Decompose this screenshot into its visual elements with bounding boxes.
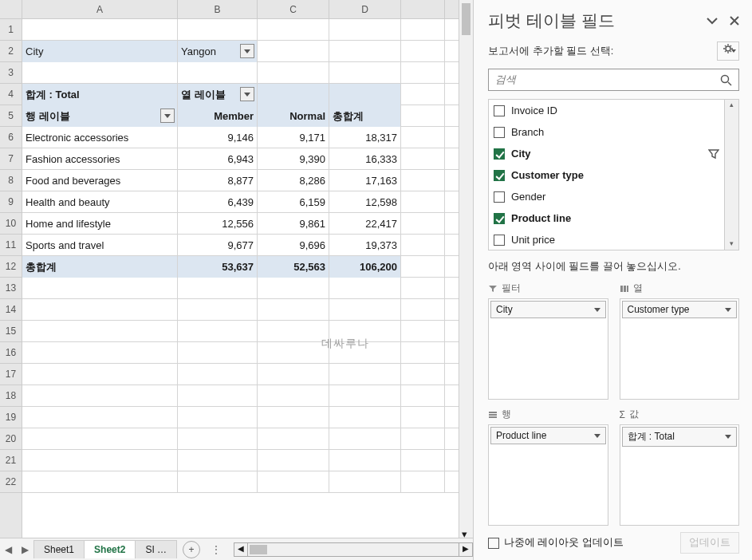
tab-nav-next-icon[interactable]: ▶	[17, 544, 33, 555]
chevron-down-icon[interactable]	[594, 308, 600, 312]
svg-point-0	[726, 46, 730, 51]
table-row: Electronic accessories 9,146 9,171 18,31…	[22, 127, 459, 148]
field-item-customer-type[interactable]: Customer type	[489, 164, 724, 186]
row-header[interactable]: 1	[0, 19, 22, 41]
row-header-gutter: 1 2 3 4 5 6 7 8 9 10 11 12 13 14 15 16 1…	[0, 0, 22, 538]
checkbox-checked-icon[interactable]	[494, 170, 505, 181]
row-header[interactable]: 3	[0, 62, 22, 84]
col-member[interactable]: Member	[178, 105, 258, 127]
area-item-product-line[interactable]: Product line	[490, 427, 606, 444]
column-labels-dropdown-icon[interactable]	[240, 87, 254, 101]
field-item-city[interactable]: City	[489, 143, 724, 164]
row-header[interactable]: 11	[0, 235, 22, 256]
tab-sheet1[interactable]: Sheet1	[33, 540, 85, 558]
filter-dropdown-icon[interactable]	[240, 44, 254, 58]
checkbox-icon[interactable]	[494, 191, 505, 203]
row-labels-dropdown-icon[interactable]	[160, 108, 175, 123]
chevron-down-icon[interactable]	[725, 435, 731, 439]
values-title[interactable]: 합계 : Total	[22, 84, 178, 105]
row-labels-title[interactable]: 행 레이블	[22, 105, 178, 127]
field-item-gender[interactable]: Gender	[489, 186, 724, 207]
checkbox-checked-icon[interactable]	[494, 148, 505, 160]
report-filter-value[interactable]: Yangon	[178, 41, 258, 62]
report-filter-label[interactable]: City	[22, 41, 178, 62]
horizontal-scrollbar[interactable]: ◀ ▶	[234, 542, 473, 557]
row-header[interactable]: 19	[0, 407, 22, 428]
tab-nav-prev-icon[interactable]: ◀	[0, 544, 17, 555]
row-header[interactable]: 9	[0, 191, 22, 213]
row-header[interactable]: 16	[0, 342, 22, 364]
col-grandtotal[interactable]: 총합계	[329, 105, 401, 127]
svg-rect-6	[489, 414, 497, 416]
checkbox-icon[interactable]	[488, 538, 499, 549]
scroll-up-icon[interactable]: ▴	[727, 101, 736, 110]
hscroll-thumb[interactable]	[250, 545, 267, 554]
row-header[interactable]: 17	[0, 364, 22, 385]
vertical-scrollbar[interactable]: ▴ ▾	[459, 0, 473, 538]
row-header[interactable]: 15	[0, 321, 22, 342]
row-header[interactable]: 12	[0, 256, 22, 278]
row-header[interactable]: 21	[0, 450, 22, 471]
chevron-down-icon[interactable]	[594, 434, 600, 438]
area-item-city[interactable]: City	[490, 301, 606, 318]
row-header[interactable]: 20	[0, 428, 22, 450]
row-header[interactable]: 4	[0, 84, 22, 105]
row-header[interactable]: 14	[0, 299, 22, 321]
values-area[interactable]: Σ값 합계 : Total	[620, 408, 740, 526]
collapse-icon[interactable]	[706, 16, 719, 26]
row-header[interactable]: 13	[0, 278, 22, 299]
field-item-product-line[interactable]: Product line	[489, 207, 724, 229]
hscroll-right-icon[interactable]: ▶	[459, 542, 473, 557]
row-header[interactable]: 22	[0, 471, 22, 493]
checkbox-icon[interactable]	[494, 105, 505, 116]
checkbox-checked-icon[interactable]	[494, 213, 505, 224]
col-header-c[interactable]: C	[258, 0, 329, 18]
scroll-down-icon[interactable]: ▾	[727, 239, 736, 249]
row-header[interactable]: 7	[0, 148, 22, 170]
area-item-customer-type[interactable]: Customer type	[622, 301, 738, 318]
filters-area[interactable]: 필터 City	[488, 282, 608, 400]
close-icon[interactable]	[730, 16, 739, 26]
row-header[interactable]: 18	[0, 385, 22, 407]
rows-area[interactable]: 행 Product line	[488, 408, 608, 526]
row-header[interactable]: 2	[0, 41, 22, 62]
update-button[interactable]: 업데이트	[680, 532, 739, 554]
field-list-scrollbar[interactable]: ▴ ▾	[724, 100, 738, 250]
row-header[interactable]: 5	[0, 105, 22, 127]
field-search-input[interactable]: 검색	[488, 69, 739, 91]
area-item-sum-total[interactable]: 합계 : Total	[622, 427, 738, 447]
sigma-icon: Σ	[620, 409, 625, 420]
checkbox-icon[interactable]	[494, 127, 505, 138]
chevron-down-icon[interactable]	[725, 308, 731, 312]
pivot-field-pane: 피벗 테이블 필드 보고서에 추가할 필드 선택: 검색 Invoice ID …	[474, 0, 752, 560]
add-sheet-button[interactable]: +	[183, 541, 200, 558]
svg-point-1	[722, 75, 729, 82]
defer-layout-checkbox[interactable]: 나중에 레이아웃 업데이트	[488, 536, 624, 550]
scroll-down-icon[interactable]: ▾	[462, 528, 470, 538]
cell-grid[interactable]: City Yangon 합계 : Total 열 레이블	[22, 19, 459, 538]
hscroll-left-icon[interactable]: ◀	[234, 542, 248, 557]
settings-button[interactable]	[717, 41, 739, 61]
svg-rect-7	[489, 416, 497, 418]
col-header-e[interactable]	[401, 0, 445, 18]
sheet-tab-bar: ◀ ▶ Sheet1 Sheet2 SI … + ⋮ ◀ ▶	[0, 538, 473, 560]
row-header[interactable]: 6	[0, 127, 22, 148]
checkbox-icon[interactable]	[494, 235, 505, 246]
col-header-b[interactable]: B	[178, 0, 258, 18]
scroll-thumb[interactable]	[462, 3, 470, 35]
field-item-branch[interactable]: Branch	[489, 121, 724, 143]
tab-sheet2[interactable]: Sheet2	[84, 540, 136, 558]
field-item-invoice-id[interactable]: Invoice ID	[489, 100, 724, 121]
columns-area[interactable]: 열 Customer type	[620, 282, 740, 400]
row-header[interactable]: 10	[0, 213, 22, 235]
col-normal[interactable]: Normal	[258, 105, 329, 127]
column-labels-title[interactable]: 열 레이블	[178, 84, 258, 105]
col-header-d[interactable]: D	[329, 0, 401, 18]
filter-icon[interactable]	[708, 148, 719, 160]
svg-rect-5	[489, 412, 497, 413]
field-item-unit-price[interactable]: Unit price	[489, 229, 724, 250]
tab-sheet3[interactable]: SI …	[135, 540, 177, 558]
pane-subtitle: 보고서에 추가할 필드 선택:	[488, 44, 613, 58]
row-header[interactable]: 8	[0, 170, 22, 191]
col-header-a[interactable]: A	[22, 0, 178, 18]
